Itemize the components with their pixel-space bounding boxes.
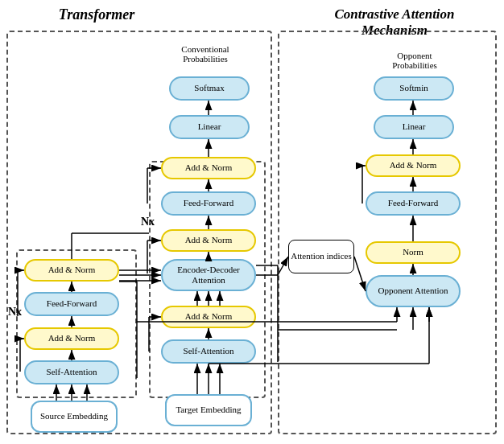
attention-indices-node: Attention indices xyxy=(288,240,354,273)
nx-encoder-label: Nx xyxy=(8,306,22,319)
linear-left-node: Linear xyxy=(169,115,250,139)
transformer-label: Transformer xyxy=(32,6,161,23)
add-norm-dec0-node: Add & Norm xyxy=(161,306,256,328)
conventional-probs-label: ConventionalProbabilities xyxy=(157,44,254,64)
opponent-probs-label: OpponentProbabilities xyxy=(362,51,467,70)
opponent-attn-node: Opponent Attention xyxy=(366,275,461,307)
self-attn-dec-node: Self-Attention xyxy=(161,339,256,364)
feed-forward-dec-node: Feed-Forward xyxy=(161,191,256,216)
softmin-right-node: Softmin xyxy=(374,76,454,101)
add-norm-enc1-node: Add & Norm xyxy=(24,259,119,282)
target-embedding-node: Target Embedding xyxy=(165,394,252,426)
source-embedding-node: Source Embedding xyxy=(31,401,118,433)
softmax-left-node: Softmax xyxy=(169,76,250,101)
feed-forward-right-node: Feed-Forward xyxy=(366,191,461,216)
linear-right-node: Linear xyxy=(374,115,454,139)
diagram-container: Transformer Contrastive AttentionMechani… xyxy=(0,0,504,444)
self-attn-enc-node: Self-Attention xyxy=(24,360,119,384)
nx-decoder-label: Nx xyxy=(141,216,155,228)
add-norm-enc0-node: Add & Norm xyxy=(24,327,119,350)
add-norm-dec1-node: Add & Norm xyxy=(161,229,256,252)
add-norm-dec2-node: Add & Norm xyxy=(161,157,256,179)
feed-forward-enc-node: Feed-Forward xyxy=(24,292,119,316)
encoder-decoder-attn-node: Encoder-Decoder Attention xyxy=(161,259,256,291)
norm-right-node: Norm xyxy=(366,241,461,264)
add-norm-right2-node: Add & Norm xyxy=(366,154,461,177)
